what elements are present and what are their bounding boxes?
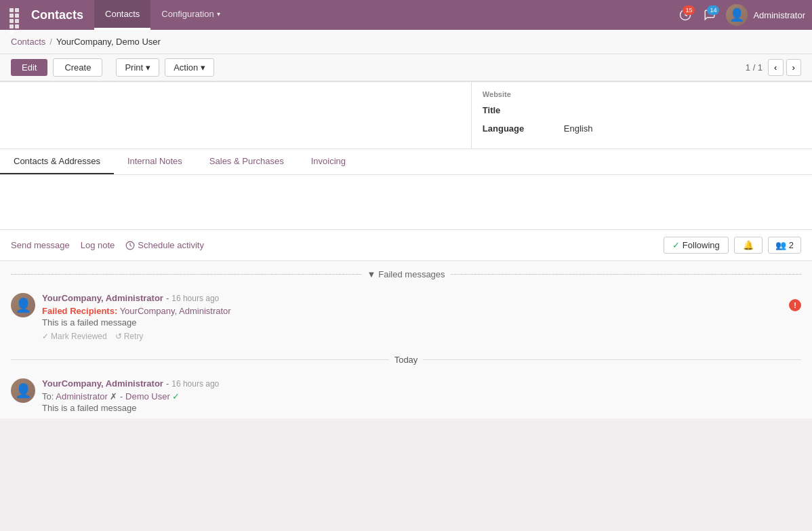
message-avatar-failed: 👤 <box>11 293 35 317</box>
language-field-row: Language English <box>483 122 801 135</box>
chevron-down-icon: ▾ <box>146 62 150 73</box>
chatter-right: ✓ Following 🔔 👥 2 <box>664 237 801 254</box>
log-note-button[interactable]: Log note <box>81 240 115 250</box>
today-label: Today <box>394 355 418 365</box>
tabs-bar: Contacts & Addresses Internal Notes Sale… <box>0 149 812 175</box>
website-section-label: Website <box>483 90 801 98</box>
form-section: Website Title Language English <box>0 82 812 149</box>
today-divider: Today <box>0 347 812 373</box>
tab-internal-notes[interactable]: Internal Notes <box>114 149 196 174</box>
people-button[interactable]: 👥 2 <box>768 237 801 254</box>
form-left <box>0 82 471 149</box>
print-button[interactable]: Print ▾ <box>116 58 159 77</box>
title-label: Title <box>483 104 564 117</box>
bell-button[interactable]: 🔔 <box>734 237 763 254</box>
navbar-right: 15 14 👤 Administrator <box>674 4 805 26</box>
failed-message-actions: ✓ Mark Reviewed ↺ Retry <box>42 332 782 341</box>
today-message-content: YourCompany, Administrator - 16 hours ag… <box>42 378 801 413</box>
tab-invoicing[interactable]: Invoicing <box>298 149 359 174</box>
retry-icon: ↺ <box>115 332 122 341</box>
people-icon: 👥 <box>775 240 786 250</box>
failed-message-author[interactable]: YourCompany, Administrator <box>42 293 163 303</box>
today-message-body: This is a failed message <box>42 403 801 413</box>
breadcrumb-current: YourCompany, Demo User <box>56 37 161 47</box>
tab-sales-purchases[interactable]: Sales & Purchases <box>196 149 298 174</box>
failed-messages-label[interactable]: ▼ Failed messages <box>367 269 445 279</box>
brand-logo[interactable]: Contacts <box>31 8 83 22</box>
failed-message-item: 👤 YourCompany, Administrator - 16 hours … <box>0 288 812 347</box>
pagination: 1 / 1 ‹ › <box>746 59 801 76</box>
create-button[interactable]: Create <box>53 58 102 77</box>
language-label: Language <box>483 122 564 135</box>
today-message-time: 16 hours ago <box>171 379 219 389</box>
failed-message-time: 16 hours ago <box>171 294 219 303</box>
to-recipient2[interactable]: Demo User <box>125 391 170 401</box>
chevron-down-icon: ▾ <box>217 10 220 18</box>
error-badge: ! <box>789 299 801 311</box>
chat-icon-btn[interactable]: 14 <box>699 4 720 26</box>
tab-contacts-addresses[interactable]: Contacts & Addresses <box>0 149 114 174</box>
today-message-item: 👤 YourCompany, Administrator - 16 hours … <box>0 373 812 418</box>
pagination-prev-button[interactable]: ‹ <box>768 59 783 76</box>
chat-badge: 14 <box>707 5 719 15</box>
following-button[interactable]: ✓ Following <box>664 237 729 254</box>
divider-line-left <box>11 274 361 275</box>
nav-menu: Contacts Configuration ▾ <box>94 0 231 30</box>
to-recipient1[interactable]: Administrator <box>56 391 108 401</box>
chatter-section: Send message Log note Schedule activity … <box>0 229 812 418</box>
schedule-activity-button[interactable]: Schedule activity <box>125 240 204 250</box>
nav-configuration[interactable]: Configuration ▾ <box>150 0 230 30</box>
failed-message-recipients: Failed Recipients: YourCompany, Administ… <box>42 306 782 316</box>
navbar: Contacts Contacts Configuration ▾ 15 14 … <box>0 0 812 30</box>
action-button[interactable]: Action ▾ <box>165 58 214 77</box>
today-line-right <box>423 359 801 360</box>
failed-message-content: YourCompany, Administrator - 16 hours ag… <box>42 293 782 341</box>
today-message-author[interactable]: YourCompany, Administrator <box>42 378 163 389</box>
username-label: Administrator <box>753 10 805 20</box>
clock-badge: 15 <box>683 5 695 15</box>
chevron-down-icon: ▾ <box>201 62 205 73</box>
tab-content <box>0 175 812 229</box>
bell-icon: 🔔 <box>743 240 754 250</box>
breadcrumb-parent[interactable]: Contacts <box>11 37 45 47</box>
avatar[interactable]: 👤 <box>726 4 748 26</box>
send-message-button[interactable]: Send message <box>11 240 70 250</box>
divider-line-right <box>451 274 801 275</box>
main-content: Website Title Language English Contacts … <box>0 81 812 229</box>
retry-button[interactable]: ↺ Retry <box>115 332 144 341</box>
breadcrumb: Contacts / YourCompany, Demo User <box>0 30 812 54</box>
caret-icon: ▼ <box>367 269 375 279</box>
failed-messages-divider: ▼ Failed messages <box>0 261 812 288</box>
today-line-left <box>11 359 389 360</box>
check-icon: ✓ <box>172 391 180 401</box>
today-message-avatar: 👤 <box>11 378 35 403</box>
breadcrumb-separator: / <box>49 37 52 47</box>
today-message-to: To: Administrator ✗ - Demo User ✓ <box>42 391 801 401</box>
today-message-header: YourCompany, Administrator - 16 hours ag… <box>42 378 801 389</box>
pagination-next-button[interactable]: › <box>786 59 801 76</box>
form-right: Website Title Language English <box>471 82 812 149</box>
title-field-row: Title <box>483 104 801 117</box>
failed-message-body: This is a failed message <box>42 317 782 328</box>
clock-icon-btn[interactable]: 15 <box>674 4 696 26</box>
x-icon: ✗ <box>110 391 120 401</box>
language-value: English <box>564 122 593 135</box>
action-bar: Edit Create Print ▾ Action ▾ 1 / 1 ‹ › <box>0 54 812 81</box>
check-icon: ✓ <box>42 332 49 341</box>
chatter-actions: Send message Log note Schedule activity … <box>0 230 812 261</box>
check-icon: ✓ <box>672 240 680 250</box>
mark-reviewed-button[interactable]: ✓ Mark Reviewed <box>42 332 107 341</box>
apps-icon[interactable] <box>7 5 26 24</box>
pagination-info: 1 / 1 <box>746 62 763 73</box>
edit-button[interactable]: Edit <box>11 59 47 76</box>
nav-contacts[interactable]: Contacts <box>94 0 150 30</box>
failed-message-header: YourCompany, Administrator - 16 hours ag… <box>42 293 782 303</box>
